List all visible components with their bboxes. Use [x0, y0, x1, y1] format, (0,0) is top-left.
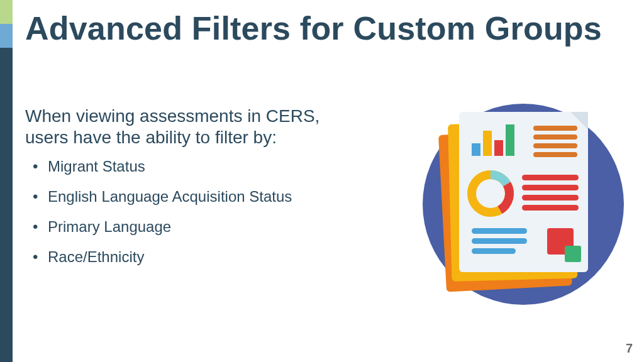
svg-rect-10	[533, 134, 577, 140]
svg-rect-6	[483, 131, 492, 156]
svg-rect-19	[472, 238, 527, 244]
bullet-list: Migrant Status English Language Acquisit…	[25, 157, 365, 278]
intro-text: When viewing assessments in CERS, users …	[25, 106, 365, 148]
side-accent-blue	[0, 24, 13, 48]
list-item: English Language Acquisition Status	[25, 187, 365, 206]
svg-rect-11	[533, 143, 577, 148]
list-item-label: Primary Language	[48, 218, 171, 235]
side-accent-green	[0, 0, 13, 24]
page-number: 7	[626, 341, 633, 356]
list-item: Primary Language	[25, 217, 365, 236]
slide: Advanced Filters for Custom Groups When …	[0, 0, 644, 362]
svg-rect-8	[506, 124, 514, 156]
svg-rect-14	[522, 175, 579, 180]
side-bar	[0, 0, 13, 362]
list-item-label: English Language Acquisition Status	[48, 188, 292, 205]
reports-icon	[404, 82, 630, 308]
list-item: Migrant Status	[25, 157, 365, 176]
list-item: Race/Ethnicity	[25, 248, 365, 266]
svg-rect-5	[472, 143, 480, 156]
svg-rect-17	[522, 205, 579, 211]
svg-rect-22	[565, 246, 581, 262]
svg-rect-12	[533, 152, 577, 157]
svg-rect-9	[533, 126, 577, 131]
svg-rect-15	[522, 185, 579, 190]
page-title: Advanced Filters for Custom Groups	[25, 11, 625, 46]
list-item-label: Migrant Status	[48, 158, 145, 175]
list-item-label: Race/Ethnicity	[48, 248, 144, 265]
svg-rect-7	[494, 140, 503, 156]
svg-rect-18	[472, 228, 527, 234]
svg-rect-16	[522, 195, 579, 200]
svg-rect-20	[472, 248, 516, 254]
